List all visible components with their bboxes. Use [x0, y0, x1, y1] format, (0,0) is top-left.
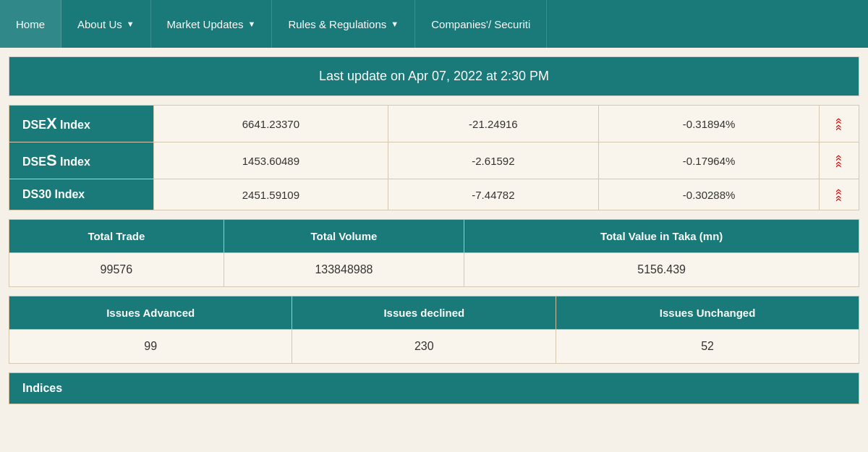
- index-value-0: 6641.23370: [154, 106, 388, 142]
- nav-rules-label: Rules & Regulations: [288, 18, 386, 30]
- issues-header-unchanged: Issues Unchanged: [556, 297, 859, 330]
- nav-about-label: About Us: [77, 18, 122, 30]
- index-change-1: -2.61592: [388, 142, 598, 179]
- index-change-2: -7.44782: [388, 179, 598, 210]
- index-table: DSEX Index6641.23370-21.24916-0.31894%««…: [9, 105, 859, 210]
- index-change-0: -21.24916: [388, 106, 598, 142]
- down-double-icon: ««: [833, 155, 845, 168]
- nav-item-market-updates[interactable]: Market Updates ▼: [151, 0, 273, 48]
- stats-header-volume: Total Volume: [224, 220, 464, 253]
- nav-item-rules[interactable]: Rules & Regulations ▼: [272, 0, 415, 48]
- issues-value-declined: 230: [292, 330, 556, 364]
- nav-item-about[interactable]: About Us ▼: [61, 0, 151, 48]
- stats-header-trade: Total Trade: [9, 220, 224, 253]
- index-value-2: 2451.59109: [154, 179, 388, 210]
- stats-header-value: Total Value in Taka (mn): [464, 220, 859, 253]
- index-percent-2: -0.30288%: [599, 179, 820, 210]
- index-label-2: DS30 Index: [9, 179, 154, 210]
- issues-header-advanced: Issues Advanced: [9, 297, 292, 330]
- index-percent-0: -0.31894%: [599, 106, 820, 142]
- down-double-icon: ««: [833, 118, 845, 131]
- nav-about-arrow: ▼: [127, 20, 135, 28]
- indices-section-header: Indices: [9, 372, 859, 404]
- issues-value-advanced: 99: [9, 330, 292, 364]
- update-banner-text: Last update on Apr 07, 2022 at 2:30 PM: [319, 69, 549, 83]
- down-double-icon: ««: [833, 189, 845, 202]
- nav-rules-arrow: ▼: [391, 20, 399, 28]
- navbar: Home About Us ▼ Market Updates ▼ Rules &…: [0, 0, 868, 48]
- stats-value-trade: 99576: [9, 253, 224, 287]
- issues-table: Issues Advanced Issues declined Issues U…: [9, 296, 859, 364]
- nav-item-companies[interactable]: Companies'/ Securiti: [415, 0, 547, 48]
- update-banner: Last update on Apr 07, 2022 at 2:30 PM: [9, 56, 859, 96]
- stats-table: Total Trade Total Volume Total Value in …: [9, 219, 859, 287]
- indices-section-label: Indices: [22, 382, 62, 394]
- issues-header-declined: Issues declined: [292, 297, 556, 330]
- nav-item-home[interactable]: Home: [0, 0, 61, 48]
- index-direction-icon-2: ««: [820, 179, 859, 210]
- main-content: Last update on Apr 07, 2022 at 2:30 PM D…: [0, 48, 868, 413]
- index-label-0: DSEX Index: [9, 106, 154, 142]
- nav-home-label: Home: [16, 18, 45, 30]
- nav-companies-label: Companies'/ Securiti: [431, 18, 530, 30]
- nav-market-arrow: ▼: [248, 20, 256, 28]
- index-percent-1: -0.17964%: [599, 142, 820, 179]
- index-value-1: 1453.60489: [154, 142, 388, 179]
- stats-value-taka: 5156.439: [464, 253, 859, 287]
- stats-value-volume: 133848988: [224, 253, 464, 287]
- nav-market-label: Market Updates: [167, 18, 244, 30]
- issues-value-unchanged: 52: [556, 330, 859, 364]
- index-label-1: DSES Index: [9, 142, 154, 179]
- index-direction-icon-1: ««: [820, 142, 859, 179]
- index-direction-icon-0: ««: [820, 106, 859, 142]
